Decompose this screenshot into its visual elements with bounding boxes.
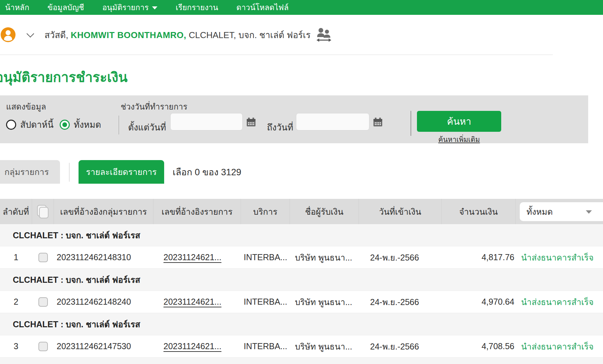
user-avatar-icon[interactable]: [1, 27, 16, 42]
company-name: CLCHALET, บจก. ชาเล่ต์ ฟอร์เร: [189, 30, 310, 40]
group-header-row: CLCHALET : บจก. ชาเล่ต์ ฟอร์เรส: [0, 224, 603, 246]
header-txn-ref: เลขที่อ้างอิงรายการ: [153, 199, 241, 224]
header-amount: จำนวนเงิน: [442, 199, 516, 224]
table-row: 3 2023112462147530 20231124621... INTERB…: [0, 335, 603, 358]
radio-all[interactable]: [60, 120, 70, 130]
greeting-text: สวัสดี, KHOMWIT BOONTHAMRO, CLCHALET, บจ…: [44, 28, 310, 42]
status-filter-dropdown[interactable]: ทั้งหมด: [520, 202, 603, 221]
user-menu-chevron-icon[interactable]: [27, 30, 34, 38]
amount-cell: 4,970.64: [442, 291, 516, 313]
user-bar: สวัสดี, KHOMWIT BOONTHAMRO, CLCHALET, บจ…: [0, 15, 603, 55]
nav-item-approve-transactions[interactable]: อนุมัติรายการ: [93, 0, 167, 15]
date-cell: 24-พ.ย.-2566: [359, 291, 442, 313]
search-button[interactable]: ค้นหา: [417, 111, 501, 132]
txn-ref-link[interactable]: 20231124621...: [163, 252, 221, 262]
group-header-row: CLCHALET : บจก. ชาเล่ต์ ฟอร์เรส: [0, 313, 603, 335]
to-date-input[interactable]: [296, 113, 369, 130]
filter-panel: แสดงข้อมูล สัปดาห์นี้ ทั้งหมด ช่วงวันที่…: [0, 95, 588, 143]
recipient-cell: บริษัท พูนธนา...: [290, 291, 359, 313]
service-cell: INTERBA...: [241, 291, 290, 313]
user-name: KHOMWIT BOONTHAMRO,: [71, 30, 186, 40]
section-divider: [0, 55, 553, 55]
top-nav: น้าหลัก ข้อมูลบัญชี อนุมัติรายการ เรียกร…: [0, 0, 603, 15]
table-row: 2 2023112462148240 20231124621... INTERB…: [0, 291, 603, 313]
group-header-row: CLCHALET : บจก. ชาเล่ต์ ฟอร์เรส: [0, 269, 603, 291]
transactions-table: ลำดับที่ เลขที่อ้างอิงกลุ่มรายการ เลขที่…: [0, 199, 603, 364]
nav-item-account-info[interactable]: ข้อมูลบัญชี: [38, 0, 93, 15]
header-group-ref: เลขที่อ้างอิงกลุ่มรายการ: [54, 199, 153, 224]
to-date-label: ถึงวันที่: [267, 120, 293, 134]
tab-bar: กลุ่มรายการ รายละเอียดรายการ เลือก 0 ของ…: [0, 160, 603, 184]
row-number: 3: [0, 335, 32, 357]
status-cell: นำส่งธนาคารสำเร็จ: [516, 246, 603, 268]
page-title: อนุมัติรายการชำระเงิน: [0, 66, 603, 88]
row-checkbox[interactable]: [38, 342, 48, 351]
radio-this-week-label: สัปดาห์นี้: [20, 118, 54, 131]
amount-cell: 4,817.76: [442, 246, 516, 268]
selection-count-text: เลือก 0 ของ 3129: [173, 160, 241, 184]
recipient-cell: บริษัท พูนธนา...: [290, 246, 359, 268]
tab-transaction-details[interactable]: รายละเอียดรายการ: [79, 160, 164, 184]
show-data-label: แสดงข้อมูล: [6, 100, 46, 113]
calendar-icon[interactable]: [246, 117, 256, 127]
table-header-row: ลำดับที่ เลขที่อ้างอิงกลุ่มรายการ เลขที่…: [0, 199, 603, 224]
group-ref-cell: 2023112462148310: [54, 246, 153, 268]
tab-divider: [69, 163, 69, 182]
advanced-search-link[interactable]: ค้นหาเพิ่มเติม: [417, 134, 501, 145]
chevron-down-icon: [152, 6, 157, 9]
date-cell: 24-พ.ย.-2566: [359, 335, 442, 357]
switch-user-icon[interactable]: [316, 27, 333, 42]
service-cell: INTERBA...: [241, 246, 290, 268]
amount-cell: 4,708.56: [442, 335, 516, 357]
chevron-down-icon: [586, 210, 592, 214]
from-date-label: ตั้งแต่วันที่: [128, 120, 166, 134]
table-row: 1 2023112462148310 20231124621... INTERB…: [0, 246, 603, 269]
radio-this-week[interactable]: [6, 120, 16, 130]
recipient-cell: บริษัท พูนธนา...: [290, 335, 359, 357]
status-cell: นำส่งธนาคารสำเร็จ: [516, 335, 603, 357]
row-number: 1: [0, 246, 32, 268]
tab-group-list[interactable]: กลุ่มรายการ: [0, 160, 60, 184]
greeting-prefix: สวัสดี,: [44, 30, 68, 40]
header-no: ลำดับที่: [0, 199, 32, 224]
filter-divider: [411, 111, 411, 136]
show-data-radio-group: สัปดาห์นี้ ทั้งหมด: [6, 118, 107, 131]
group-header-row: CLCHALET : บจก. ชาเล่ต์ ฟอร์เรส: [0, 358, 603, 364]
calendar-icon[interactable]: [373, 117, 383, 127]
nav-item-download-files[interactable]: ดาวน์โหลดไฟล์: [227, 0, 298, 15]
txn-ref-link[interactable]: 20231124621...: [163, 297, 221, 307]
status-cell: นำส่งธนาคารสำเร็จ: [516, 291, 603, 313]
header-service: บริการ: [241, 199, 290, 224]
filter-divider: [119, 116, 119, 134]
from-date-input[interactable]: [170, 113, 243, 130]
radio-all-label: ทั้งหมด: [74, 118, 101, 131]
row-number: 2: [0, 291, 32, 313]
group-ref-cell: 2023112462148240: [54, 291, 153, 313]
select-all-checkbox-icon[interactable]: [37, 205, 49, 218]
status-filter-value: ทั้งหมด: [526, 205, 553, 218]
date-cell: 24-พ.ย.-2566: [359, 246, 442, 268]
row-checkbox[interactable]: [38, 253, 48, 262]
txn-ref-link[interactable]: 20231124621...: [163, 341, 221, 351]
header-recipient: ชื่อผู้รับเงิน: [290, 199, 359, 224]
header-date: วันที่เข้าเงิน: [359, 199, 442, 224]
row-checkbox[interactable]: [38, 297, 48, 307]
nav-item-home[interactable]: น้าหลัก: [0, 0, 38, 15]
service-cell: INTERBA...: [241, 335, 290, 357]
group-ref-cell: 2023112462147530: [54, 335, 153, 357]
date-range-label: ช่วงวันที่ทำรายการ: [121, 100, 187, 113]
nav-item-approve-label: อนุมัติรายการ: [102, 1, 149, 13]
nav-item-reports[interactable]: เรียกรายงาน: [167, 0, 227, 15]
